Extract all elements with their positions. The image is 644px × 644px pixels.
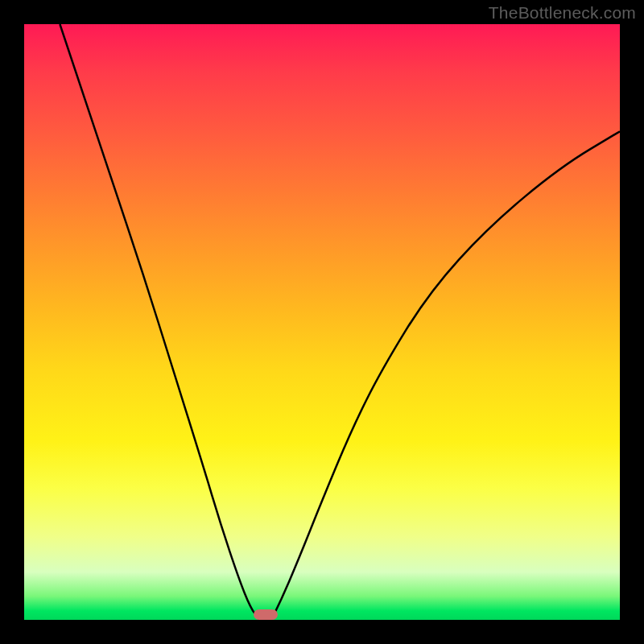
watermark-text: TheBottleneck.com (489, 3, 636, 23)
plot-area (24, 24, 620, 620)
chart-frame: TheBottleneck.com (0, 0, 644, 644)
bottleneck-curve (24, 24, 620, 620)
curve-left-branch (60, 24, 259, 620)
minimum-marker (254, 609, 278, 620)
curve-right-branch (271, 131, 620, 620)
